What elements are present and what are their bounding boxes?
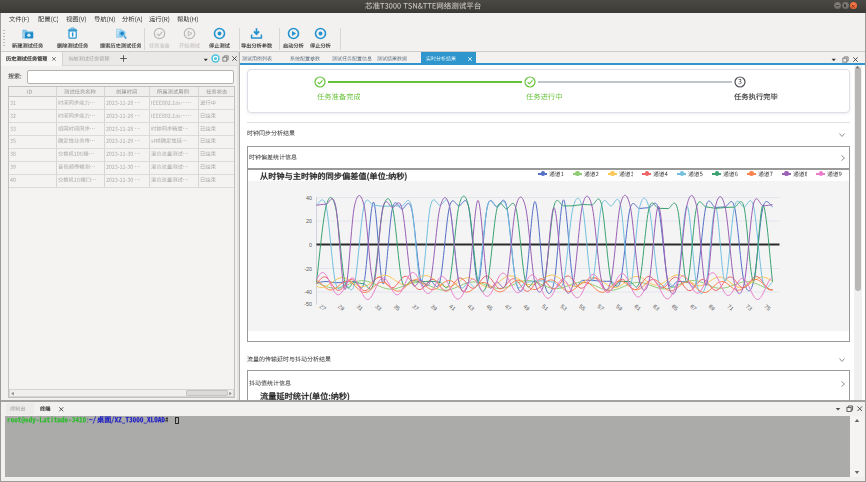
svg-text:73: 73 (744, 303, 753, 312)
svg-text:71: 71 (726, 303, 735, 312)
svg-text:53: 53 (559, 303, 568, 312)
svg-text:49: 49 (522, 303, 531, 312)
svg-text:47: 47 (503, 303, 512, 312)
svg-text:-40: -40 (304, 289, 312, 295)
svg-text:75: 75 (763, 303, 772, 312)
svg-text:33: 33 (374, 303, 383, 312)
svg-text:65: 65 (670, 303, 679, 312)
svg-text:40: 40 (306, 195, 312, 201)
svg-text:61: 61 (633, 303, 642, 312)
svg-text:20: 20 (306, 218, 312, 224)
svg-text:69: 69 (707, 303, 716, 312)
svg-text:45: 45 (485, 303, 494, 312)
svg-text:31: 31 (355, 303, 364, 312)
svg-text:43: 43 (466, 303, 475, 312)
svg-text:63: 63 (651, 303, 660, 312)
svg-text:59: 59 (614, 303, 623, 312)
svg-text:29: 29 (336, 303, 345, 312)
svg-text:27: 27 (318, 303, 327, 312)
svg-text:39: 39 (429, 303, 438, 312)
svg-text:51: 51 (540, 303, 549, 312)
svg-text:55: 55 (577, 303, 586, 312)
svg-text:35: 35 (392, 303, 401, 312)
svg-text:41: 41 (448, 303, 457, 312)
svg-text:37: 37 (411, 303, 420, 312)
svg-text:57: 57 (596, 303, 605, 312)
svg-text:-20: -20 (304, 266, 312, 272)
svg-text:0: 0 (309, 242, 312, 248)
svg-text:67: 67 (689, 303, 698, 312)
svg-text:-50: -50 (304, 301, 312, 307)
